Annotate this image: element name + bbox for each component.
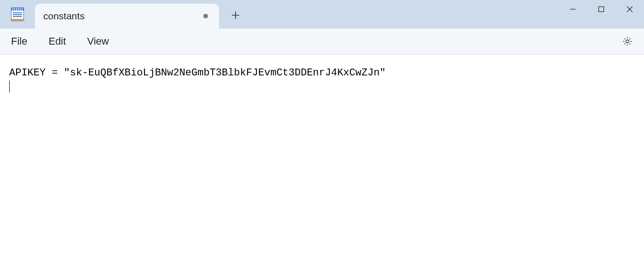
titlebar: constants: [0, 0, 644, 29]
menu-view[interactable]: View: [82, 33, 113, 50]
close-icon: [627, 6, 633, 12]
notepad-icon: [11, 7, 24, 21]
text-caret: [9, 80, 10, 92]
minimize-icon: [569, 6, 576, 12]
svg-rect-3: [599, 7, 604, 12]
editor-content: APIKEY = "sk-EuQBfXBioLjBNw2NeGmbT3BlbkF…: [9, 67, 635, 80]
menubar: File Edit View: [0, 29, 644, 55]
tab-constants[interactable]: constants: [35, 4, 219, 29]
editor-area[interactable]: APIKEY = "sk-EuQBfXBioLjBNw2NeGmbT3BlbkF…: [0, 55, 644, 269]
modified-indicator-icon: [203, 14, 208, 18]
maximize-button[interactable]: [587, 0, 615, 18]
close-button[interactable]: [615, 0, 644, 18]
app-icon-container: [0, 0, 35, 29]
new-tab-button[interactable]: [224, 5, 247, 27]
plus-icon: [231, 9, 240, 22]
window-controls: [558, 0, 644, 18]
minimize-button[interactable]: [558, 0, 587, 18]
tab-title: constants: [43, 11, 203, 22]
gear-icon: [622, 36, 633, 47]
svg-point-6: [626, 40, 629, 43]
settings-button[interactable]: [619, 33, 636, 50]
menu-file[interactable]: File: [6, 33, 32, 50]
menu-edit[interactable]: Edit: [44, 33, 70, 50]
maximize-icon: [598, 6, 604, 12]
